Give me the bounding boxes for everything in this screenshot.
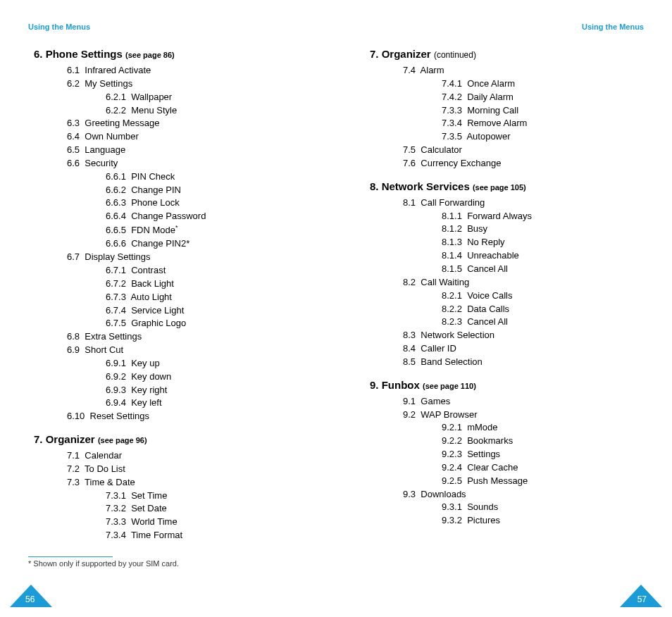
footnote: * Shown only if supported by your SIM ca…: [28, 559, 308, 568]
menu-item: 6.5 Language: [67, 144, 308, 157]
section-7a: 7. Organizer (see page 96) 7.1 Calendar7…: [28, 433, 308, 542]
menu-item: 6.7.5 Graphic Logo: [106, 317, 308, 330]
menu-item: 6.4 Own Number: [67, 130, 308, 144]
menu-item: 6.10 Reset Settings: [67, 410, 308, 423]
section-6-name: Phone Settings: [46, 48, 123, 60]
menu-item: 7.4.2 Daily Alarm: [442, 91, 644, 104]
menu-item: 6.2.2 Menu Style: [106, 104, 308, 118]
menu-item: 9.2.5 Push Message: [442, 475, 644, 488]
section-8-name: Network Services: [382, 180, 470, 192]
section-7a-name: Organizer: [46, 433, 95, 445]
section-8-ref: (see page 105): [473, 183, 526, 192]
section-8-list: 8.1 Call Forwarding8.1.1 Forward Always8…: [364, 197, 644, 369]
menu-item: 8.4 Caller ID: [403, 342, 644, 356]
footnote-rule: [28, 556, 113, 557]
menu-item: 7.3.5 Autopower: [442, 130, 644, 144]
section-7b-cont: (continued): [434, 50, 476, 60]
section-6-num: 6.: [34, 48, 43, 60]
section-6-title: 6. Phone Settings (see page 86): [34, 48, 308, 60]
section-7b-num: 7.: [370, 48, 379, 60]
menu-item: 9.3.2 Pictures: [442, 514, 644, 528]
menu-item: 7.3.4 Time Format: [106, 529, 308, 542]
menu-item: 6.6.6 Change PIN2*: [106, 237, 308, 251]
menu-item: 6.7.4 Service Light: [106, 304, 308, 318]
menu-item: 9.2.4 Clear Cache: [442, 461, 644, 475]
section-8: 8. Network Services (see page 105) 8.1 C…: [364, 180, 644, 369]
section-7b: 7. Organizer (continued) 7.4 Alarm7.4.1 …: [364, 48, 644, 170]
menu-item: 9.2.3 Settings: [442, 448, 644, 461]
menu-item: 9.3 Downloads: [403, 488, 644, 501]
menu-item: 8.2.2 Data Calls: [442, 303, 644, 316]
menu-item: 7.2 To Do List: [67, 463, 308, 476]
menu-item: 6.9.1 Key up: [106, 357, 308, 370]
section-7b-title: 7. Organizer (continued): [370, 48, 644, 60]
menu-item: 6.9.3 Key right: [106, 384, 308, 397]
menu-item: 6.6.5 FDN Mode*: [106, 223, 308, 237]
menu-item: 7.1 Calendar: [67, 449, 308, 463]
page-left: Using the Menus 6. Phone Settings (see p…: [0, 0, 336, 617]
header-right: Using the Menus: [364, 23, 644, 31]
menu-item: 7.6 Currency Exchange: [403, 157, 644, 170]
section-9: 9. Funbox (see page 110) 9.1 Games9.2 WA…: [364, 379, 644, 528]
menu-item: 8.1.4 Unreachable: [442, 249, 644, 263]
menu-item: 6.7 Display Settings: [67, 251, 308, 264]
menu-item: 8.3 Network Selection: [403, 329, 644, 342]
section-7a-num: 7.: [34, 433, 43, 445]
menu-item: 7.4.1 Once Alarm: [442, 77, 644, 91]
menu-item: 6.9.2 Key down: [106, 370, 308, 384]
menu-item: 8.2.1 Voice Calls: [442, 289, 644, 303]
menu-item: 7.3 Time & Date: [67, 476, 308, 490]
menu-item: 9.2.1 mMode: [442, 421, 644, 435]
menu-item: 6.2 My Settings: [67, 77, 308, 91]
menu-item: 7.3.1 Set Time: [106, 490, 308, 503]
menu-item: 7.4 Alarm: [403, 64, 644, 77]
page-right: Using the Menus 7. Organizer (continued)…: [336, 0, 672, 617]
menu-item: 7.3.3 Morning Call: [442, 104, 644, 118]
menu-item: 9.3.1 Sounds: [442, 501, 644, 514]
menu-item: 8.1.5 Cancel All: [442, 263, 644, 276]
page-number-right: 57: [637, 594, 647, 604]
menu-item: 6.6 Security: [67, 157, 308, 170]
menu-item: 8.2.3 Cancel All: [442, 316, 644, 329]
menu-item: 6.6.4 Change Password: [106, 210, 308, 223]
section-9-title: 9. Funbox (see page 110): [370, 379, 644, 391]
section-8-title: 8. Network Services (see page 105): [370, 180, 644, 192]
section-7b-list: 7.4 Alarm7.4.1 Once Alarm7.4.2 Daily Ala…: [364, 64, 644, 170]
header-left: Using the Menus: [28, 23, 308, 31]
menu-item: 6.9 Short Cut: [67, 344, 308, 357]
menu-item: 7.3.3 World Time: [106, 516, 308, 529]
menu-item: 7.3.2 Set Date: [106, 502, 308, 516]
menu-item: 8.2 Call Waiting: [403, 276, 644, 289]
menu-item: 7.5 Calculator: [403, 144, 644, 157]
section-7a-ref: (see page 96): [98, 436, 147, 444]
section-9-num: 9.: [370, 379, 379, 391]
menu-item: 6.7.3 Auto Light: [106, 291, 308, 304]
menu-item: 6.1 Infrared Activate: [67, 64, 308, 77]
menu-item: 6.6.3 Phone Lock: [106, 197, 308, 210]
section-6-ref: (see page 86): [125, 51, 175, 59]
menu-item: 9.1 Games: [403, 395, 644, 409]
menu-item: 6.9.4 Key left: [106, 397, 308, 410]
menu-item: 9.2 WAP Browser: [403, 409, 644, 422]
menu-item: 8.1.2 Busy: [442, 223, 644, 236]
menu-item: 6.7.1 Contrast: [106, 264, 308, 278]
section-8-num: 8.: [370, 180, 379, 192]
menu-item: 9.2.2 Bookmarks: [442, 435, 644, 448]
menu-item: 8.5 Band Selection: [403, 356, 644, 369]
section-7a-title: 7. Organizer (see page 96): [34, 433, 308, 445]
section-9-name: Funbox: [382, 379, 420, 391]
menu-item: 6.3 Greeting Message: [67, 117, 308, 130]
section-9-ref: (see page 110): [423, 382, 476, 390]
menu-item: 8.1 Call Forwarding: [403, 197, 644, 210]
menu-item: 6.2.1 Wallpaper: [106, 91, 308, 104]
menu-item: 8.1.3 No Reply: [442, 236, 644, 249]
section-9-list: 9.1 Games9.2 WAP Browser9.2.1 mMode9.2.2…: [364, 395, 644, 528]
section-6-list: 6.1 Infrared Activate6.2 My Settings6.2.…: [28, 64, 308, 423]
menu-item: 6.7.2 Back Light: [106, 278, 308, 291]
section-6: 6. Phone Settings (see page 86) 6.1 Infr…: [28, 48, 308, 423]
menu-item: 6.6.1 PIN Check: [106, 170, 308, 184]
page-number-left: 56: [25, 594, 35, 604]
menu-item: 6.8 Extra Settings: [67, 330, 308, 344]
menu-item: 7.3.4 Remove Alarm: [442, 117, 644, 130]
section-7b-name: Organizer: [382, 48, 431, 60]
